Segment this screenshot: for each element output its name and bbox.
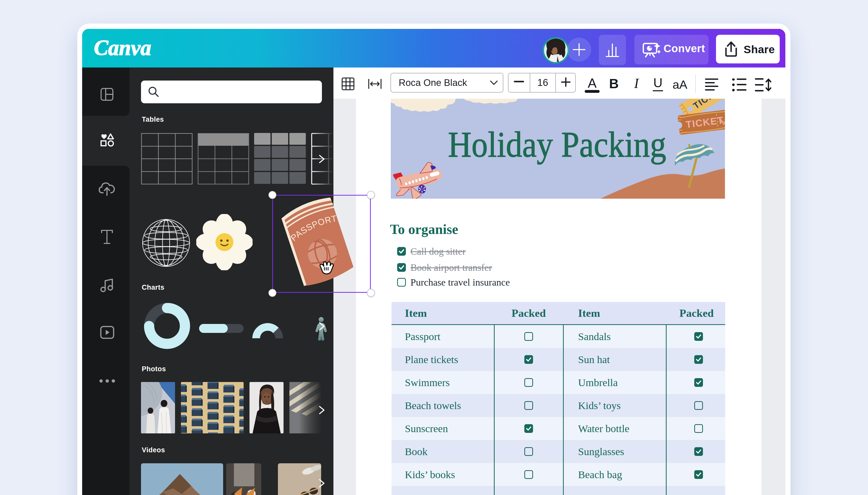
svg-text:Canva: Canva [94, 36, 151, 59]
svg-text:Holiday Packing: Holiday Packing [448, 124, 666, 165]
